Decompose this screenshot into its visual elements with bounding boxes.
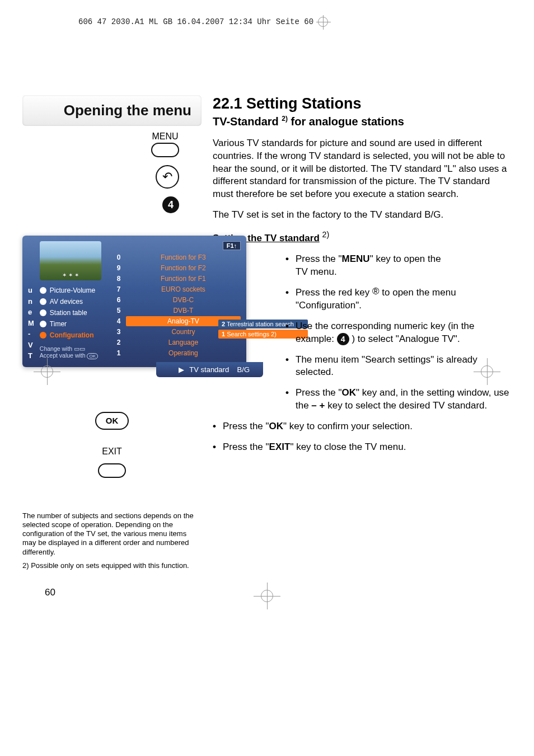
menu-row: 8Function for F1 (117, 274, 241, 284)
list-item: Press the "OK" key and, in the setting w… (285, 387, 512, 412)
register-mark-icon (254, 583, 280, 609)
numeric-4-icon: 4 (162, 196, 179, 213)
left-heading-block: Opening the menu (22, 95, 202, 126)
menu-label: MENU (151, 132, 179, 142)
menu-row: 1Operating (117, 348, 241, 358)
sidebar-item: AV devices (40, 296, 113, 307)
register-mark-icon (34, 358, 60, 385)
print-header: 606 47 2030.A1 ML GB 16.04.2007 12:34 Uh… (78, 17, 328, 27)
bullet-list-right: Press the "MENU" key to open theTV menu.… (285, 253, 512, 412)
stars: ✶ ✶ ✶ (62, 272, 79, 278)
left-heading: Opening the menu (32, 102, 191, 119)
section-subtitle: TV-Standard 2) for analogue stations (213, 115, 512, 128)
menu-row: 6DVB-C (117, 295, 241, 305)
play-icon: ▶ (179, 365, 184, 374)
list-item: Use the corresponding numeric key (in th… (285, 320, 512, 346)
remote-sequence: MENU ↶ 4 (22, 132, 202, 213)
menu-row: 0Function for F3 (117, 252, 241, 262)
tv-menu-vertical-label: uneM-VT (28, 241, 34, 361)
ok-button-icon: OK (95, 412, 129, 430)
back-button-icon: ↶ (156, 165, 179, 189)
std-label: TV standard (189, 365, 229, 374)
tv-standard-line: ▶ TV standard B/G (156, 362, 263, 377)
footnote-1: The number of subjects and sections depe… (22, 511, 196, 557)
menu-button-icon (151, 143, 179, 157)
preview-thumbnail: ✶ ✶ ✶ (40, 241, 101, 280)
paragraph-1: Various TV standards for picture and sou… (213, 137, 512, 201)
list-item: Press the red key ® to open the menu "Co… (285, 287, 512, 312)
bullet-list-lower: Press the "OK" key to confirm your selec… (213, 420, 512, 454)
header-text: 606 47 2030.A1 ML GB 16.04.2007 12:34 Uh… (78, 17, 313, 26)
sidebar-item: Configuration (40, 330, 113, 341)
menu-row: 9Function for F2 (117, 263, 241, 273)
sidebar-item: Station table (40, 307, 113, 318)
menu-row: 7EURO sockets (117, 284, 241, 294)
list-item: Press the "OK" key to confirm your selec… (213, 420, 512, 433)
exit-label: EXIT (98, 447, 126, 457)
list-item: Press the "EXIT" key to close the TV men… (213, 441, 512, 454)
menu-row: 5DVB-T (117, 306, 241, 316)
back-arrow-icon: ↶ (162, 170, 172, 184)
f1-indicator: F1↑ (223, 241, 241, 250)
std-value: B/G (237, 365, 250, 374)
tv-menu-screenshot: uneM-VT ✶ ✶ ✶ Picture-VolumeAV devicesSt… (22, 236, 246, 367)
sidebar-item: Picture-Volume (40, 285, 113, 296)
sidebar-item: Timer (40, 318, 113, 330)
footnote-2: 2) Possible only on sets equipped with t… (22, 561, 196, 570)
register-mark-icon (474, 358, 500, 385)
exit-button-icon (98, 463, 126, 478)
list-item: Press the "MENU" key to open theTV menu. (285, 253, 512, 279)
section-title: 22.1 Setting Stations (213, 95, 512, 112)
fold-mark-icon (318, 17, 328, 27)
tv-hint: Change with ▭▭ Accept value with OK (40, 345, 113, 359)
sub-heading: Setting the TV standard 2) (213, 229, 512, 245)
paragraph-2: The TV set is set in the factory to the … (213, 209, 512, 222)
page-number: 60 (45, 587, 202, 598)
